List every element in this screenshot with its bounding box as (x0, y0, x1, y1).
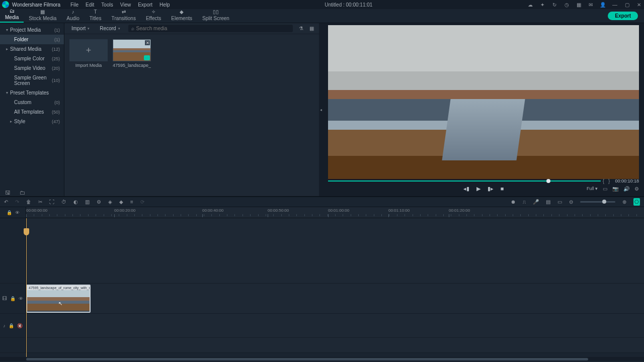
delete-icon[interactable]: 🗑 (26, 199, 31, 205)
timer-icon[interactable]: ◷ (564, 2, 570, 8)
video-icon[interactable]: 🎞 (3, 296, 7, 301)
grid-icon[interactable]: ▦ (576, 2, 582, 8)
timeline-ruler[interactable]: 🔒 👁 00:00:00:0000:00:20:0000:00:40:0000:… (0, 207, 644, 218)
menu-edit[interactable]: Edit (86, 2, 94, 8)
folder-icon[interactable]: 🗀 (20, 190, 25, 196)
tab-effects[interactable]: ✧Effects (141, 9, 166, 23)
audio-icon[interactable]: ♪ (3, 323, 6, 328)
track-manager-icon[interactable]: ▤ (546, 199, 550, 205)
filter-icon[interactable]: ⚗ (299, 26, 303, 31)
menu-view[interactable]: View (120, 2, 131, 8)
marker-icon[interactable]: ◆ (119, 199, 123, 205)
tab-media[interactable]: 🗂Media (0, 8, 24, 23)
timeline-settings-icon[interactable]: ⎔ (633, 198, 640, 206)
sparkle-icon[interactable]: ✦ (539, 2, 545, 8)
snapshot-icon[interactable]: 📷 (612, 186, 618, 192)
tab-audio[interactable]: ♪Audio (61, 9, 85, 23)
app-logo-icon (2, 1, 9, 8)
sync-icon[interactable]: ↻ (551, 2, 557, 8)
settings-icon[interactable]: ⚙ (634, 186, 639, 192)
preview-scrubber[interactable]: { } 00:00:10:18 (328, 179, 639, 183)
timeline-scrollbar[interactable] (0, 357, 644, 361)
search-box[interactable]: ⌕ (128, 25, 293, 32)
green-screen-icon[interactable]: ▥ (85, 199, 90, 205)
render-icon[interactable]: ⟳ (140, 199, 144, 205)
sidebar-item-style[interactable]: ▸Style(47) (0, 117, 64, 126)
zoom-out-icon[interactable]: ⊖ (569, 199, 573, 205)
ruler-track-head: 🔒 👁 (0, 207, 26, 218)
scrub-head[interactable] (546, 179, 550, 183)
eye-icon[interactable]: 👁 (19, 296, 23, 301)
close-button[interactable]: ✕ (636, 2, 642, 8)
more-icon[interactable]: ≡ (130, 199, 133, 205)
clip-thumbnail: ✕ (113, 39, 151, 61)
keyframe-icon[interactable]: ◈ (108, 199, 112, 205)
delete-icon[interactable]: ✕ (145, 40, 150, 45)
collapse-handle[interactable]: ◂ (319, 23, 323, 196)
menu-file[interactable]: File (70, 2, 78, 8)
sidebar-item-project-media[interactable]: ▾Project Media(1) (0, 25, 64, 35)
sidebar-item-folder[interactable]: Folder(1) (0, 35, 64, 44)
sidebar-item-sample-color[interactable]: Sample Color(25) (0, 54, 64, 63)
video-track-1[interactable]: 🎞 🔒 👁 47595_landscape_of_rome_city_with_… (0, 284, 644, 314)
volume-icon[interactable]: 🔊 (623, 186, 629, 192)
display-icon[interactable]: ▭ (603, 186, 607, 192)
mixer-icon[interactable]: ⎍ (523, 199, 526, 205)
tab-stock-media[interactable]: ▦Stock Media (24, 9, 61, 23)
zoom-in-icon[interactable]: ⊕ (622, 199, 626, 205)
media-clip-47595[interactable]: ✕ 47595_landscape_of_... (113, 39, 151, 68)
prev-frame-button[interactable]: ◂▮ (463, 186, 469, 192)
lock-icon[interactable]: 🔒 (10, 296, 16, 301)
redo-icon[interactable]: ↷ (15, 199, 19, 205)
export-button[interactable]: Export (608, 12, 638, 20)
full-dropdown[interactable]: Full ▾ (587, 186, 598, 191)
stop-button[interactable]: ■ (501, 186, 504, 192)
speed-icon[interactable]: ⏱ (61, 199, 66, 205)
grid-view-icon[interactable]: ▦ (309, 26, 314, 31)
audio-track-1[interactable]: ♪ 🔒 🔇 (0, 314, 644, 338)
adjust-icon[interactable]: ⚙ (97, 199, 101, 205)
mail-icon[interactable]: ✉ (588, 2, 594, 8)
undo-icon[interactable]: ↶ (4, 199, 8, 205)
mute-icon[interactable]: 🔇 (17, 323, 23, 328)
cut-icon[interactable]: ✂ (38, 199, 42, 205)
scrollbar-thumb[interactable] (26, 358, 588, 360)
full-width-icon[interactable]: ▭ (557, 199, 562, 205)
sidebar-item-custom[interactable]: Custom(0) (0, 98, 64, 107)
play-button[interactable]: ▶ (476, 186, 480, 192)
sidebar-item-all-templates[interactable]: All Templates(50) (0, 107, 64, 117)
cloud-icon[interactable]: ☁ (527, 2, 533, 8)
lock-icon[interactable]: 🔒 (9, 323, 14, 328)
crop-icon[interactable]: ⛶ (49, 199, 54, 205)
next-frame-button[interactable]: ▮▸ (488, 186, 494, 192)
tab-elements[interactable]: ◆Elements (166, 9, 197, 23)
menu-export[interactable]: Export (138, 2, 152, 8)
record-button[interactable]: Record▾ (96, 25, 124, 32)
sidebar-item-preset-templates[interactable]: ▾Preset Templates (0, 88, 64, 98)
minimize-button[interactable]: — (612, 2, 618, 8)
voiceover-icon[interactable]: 🎤 (533, 199, 539, 205)
eye-all-icon[interactable]: 👁 (15, 210, 20, 215)
tab-transitions[interactable]: ⇄Transitions (106, 9, 141, 23)
tab-split-screen[interactable]: ▯▯Split Screen (197, 9, 234, 23)
import-media-tile[interactable]: + Import Media (69, 39, 108, 68)
sidebar-item-sample-green-screen[interactable]: Sample Green Screen(10) (0, 73, 64, 88)
search-input[interactable] (136, 26, 290, 31)
account-icon[interactable]: 👤 (600, 2, 606, 8)
menu-help[interactable]: Help (159, 2, 170, 8)
clip-label: 47595_landscape_of_... (113, 63, 151, 68)
color-icon[interactable]: ◐ (73, 199, 78, 205)
sidebar-item-sample-video[interactable]: Sample Video(20) (0, 63, 64, 73)
import-button[interactable]: Import▾ (67, 25, 94, 32)
tab-titles[interactable]: TTitles (85, 9, 107, 23)
preview-viewport[interactable] (328, 25, 639, 179)
maximize-button[interactable]: ▢ (624, 2, 630, 8)
save-icon[interactable]: 🖫 (5, 190, 11, 196)
lock-all-icon[interactable]: 🔒 (7, 210, 12, 215)
sidebar-bottom-actions: 🖫 🗀 (0, 188, 64, 197)
timeline-clip-47595[interactable]: 47595_landscape_of_rome_city_with_river_… (26, 285, 91, 313)
record-track-icon[interactable]: ⏺ (511, 199, 516, 205)
zoom-slider[interactable] (580, 201, 615, 203)
menu-tools[interactable]: Tools (101, 2, 113, 8)
sidebar-item-shared-media[interactable]: ▸Shared Media(12) (0, 44, 64, 54)
